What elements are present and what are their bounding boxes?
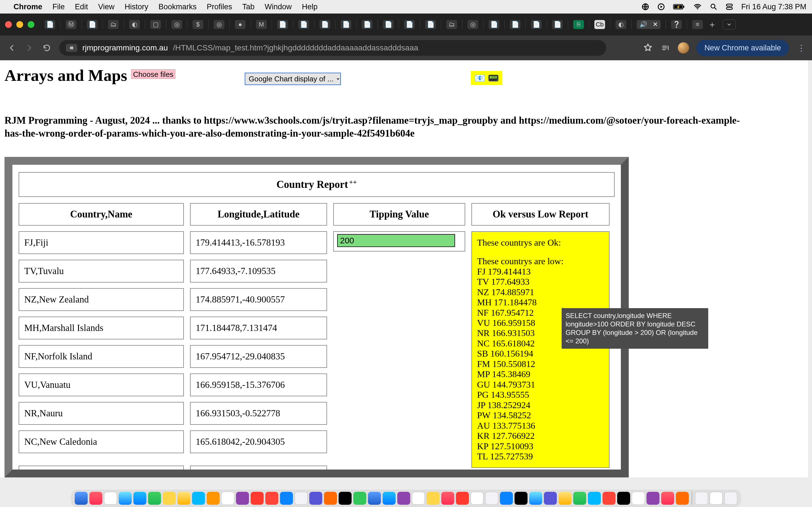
minimize-window-button[interactable] (16, 21, 23, 28)
reading-list-icon[interactable] (660, 43, 670, 53)
dock-app[interactable] (339, 492, 352, 505)
dock-app[interactable] (500, 492, 513, 505)
tipping-value-input[interactable] (337, 234, 455, 247)
screenrec-icon[interactable] (657, 3, 665, 11)
pinned-tab[interactable]: Cb (594, 20, 605, 29)
pinned-tab[interactable]: ◎ (467, 20, 478, 29)
dock-app[interactable] (265, 492, 278, 505)
pinned-tab[interactable]: 📄 (45, 20, 55, 29)
dock-app[interactable] (163, 492, 175, 505)
dock-app[interactable] (236, 492, 249, 505)
pinned-tab[interactable]: $ (193, 20, 203, 29)
pinned-tab[interactable]: ⎘ (573, 20, 584, 29)
pinned-tab[interactable]: ◐ (129, 20, 140, 29)
pinned-tab[interactable]: 📄 (425, 20, 436, 29)
dock-downloads[interactable] (695, 492, 708, 505)
dock-app[interactable] (397, 492, 410, 505)
wifi-icon[interactable] (693, 3, 702, 11)
dock-app[interactable] (529, 492, 542, 505)
pinned-tab[interactable]: ◎ (171, 20, 182, 29)
pinned-tab[interactable]: 📄 (87, 20, 98, 29)
pinned-tab[interactable]: 📄 (362, 20, 372, 29)
dock-app[interactable] (295, 492, 308, 505)
dock-app[interactable] (470, 492, 484, 505)
dock-app[interactable] (515, 492, 527, 505)
pinned-tab[interactable]: ◎ (214, 20, 224, 29)
menu-tab[interactable]: Tab (242, 3, 255, 11)
dock-app[interactable] (221, 492, 234, 505)
pinned-tab[interactable]: M (256, 20, 267, 29)
dock-app[interactable] (412, 492, 425, 505)
emoji-box[interactable]: 📧 📟 (471, 71, 502, 85)
active-tab[interactable]: 🔊 ✕ (637, 20, 661, 29)
pinned-tab[interactable]: ▢ (150, 20, 161, 29)
pinned-tab[interactable]: ≡ (692, 20, 703, 29)
dock-app[interactable] (383, 492, 396, 505)
forward-button[interactable] (24, 43, 35, 53)
profile-avatar[interactable] (678, 42, 689, 54)
dock-app[interactable] (559, 492, 571, 505)
menu-bookmarks[interactable]: Bookmarks (158, 3, 197, 11)
choose-files-button[interactable]: Choose files (131, 69, 175, 79)
tabs-dropdown-button[interactable] (723, 19, 735, 30)
language-icon[interactable] (642, 3, 649, 11)
dock-app[interactable] (441, 492, 454, 505)
pinned-tab[interactable]: Ⓜ (66, 20, 77, 29)
dock-app[interactable] (485, 492, 498, 505)
menu-edit[interactable]: Edit (75, 3, 88, 11)
pinned-tab[interactable]: 📄 (277, 20, 288, 29)
control-center-icon[interactable] (725, 3, 733, 11)
dock-app[interactable] (309, 492, 322, 505)
dock-app[interactable] (588, 492, 601, 505)
dock-app[interactable] (280, 492, 293, 505)
pinned-tab[interactable]: 📄 (531, 20, 542, 29)
pinned-tab[interactable]: 📄 (319, 20, 330, 29)
dock-app[interactable] (119, 492, 132, 505)
dock-app-finder[interactable] (75, 492, 88, 505)
dock-app[interactable] (676, 492, 689, 505)
dock-app[interactable] (324, 492, 337, 505)
close-window-button[interactable] (5, 21, 12, 28)
dock-app[interactable] (89, 492, 102, 505)
dock-app[interactable] (573, 492, 586, 505)
pinned-tab[interactable]: ◐ (615, 20, 626, 29)
dock-app[interactable] (148, 492, 161, 505)
pinned-tab[interactable]: 🗂 (446, 20, 457, 29)
menubar-clock[interactable]: Fri 16 Aug 7:38 PM (741, 3, 806, 11)
menu-help[interactable]: Help (302, 3, 318, 11)
address-bar[interactable]: rjmprogramming.com.au/HTMLCSS/map_test.h… (59, 40, 606, 56)
menu-file[interactable]: File (52, 3, 65, 11)
dock-app[interactable] (368, 492, 381, 505)
dock-app[interactable] (426, 492, 440, 505)
pinned-tab[interactable]: 🗂 (108, 20, 119, 29)
update-available-button[interactable]: New Chrome available (696, 40, 789, 56)
google-chart-select[interactable]: Google Chart display of ... (245, 73, 341, 85)
dock-app[interactable] (661, 492, 674, 505)
spotlight-icon[interactable] (710, 3, 718, 11)
pinned-tab[interactable]: 📄 (341, 20, 351, 29)
site-info-icon[interactable] (66, 44, 77, 52)
pinned-tab[interactable]: 📄 (552, 20, 563, 29)
new-tab-button[interactable]: ＋ (708, 19, 716, 31)
dock-app[interactable] (617, 492, 630, 505)
dock-app[interactable] (104, 492, 117, 505)
dock-app[interactable] (207, 492, 220, 505)
pinned-tab[interactable]: 📄 (298, 20, 309, 29)
menu-view[interactable]: View (98, 3, 114, 11)
pinned-tab[interactable]: ● (235, 20, 246, 29)
reload-button[interactable] (42, 43, 52, 53)
back-button[interactable] (7, 43, 17, 53)
pinned-tab[interactable]: 📄 (383, 20, 394, 29)
dock-app[interactable] (353, 492, 366, 505)
dock-app[interactable] (133, 492, 146, 505)
battery-icon[interactable]: ⚡ (673, 3, 686, 10)
app-menu[interactable]: Chrome (13, 3, 42, 11)
menu-window[interactable]: Window (265, 3, 292, 11)
ok-vs-low-panel[interactable]: These countrys are Ok: These countrys ar… (471, 231, 610, 468)
pinned-tab[interactable]: 📄 (404, 20, 415, 29)
pinned-tab[interactable]: ❔ (671, 20, 682, 29)
pinned-tab[interactable]: 📄 (489, 20, 499, 29)
chrome-menu-button[interactable]: ⋮ (797, 43, 805, 53)
tab-close-button[interactable]: ✕ (653, 21, 658, 28)
dock-app[interactable] (192, 492, 205, 505)
